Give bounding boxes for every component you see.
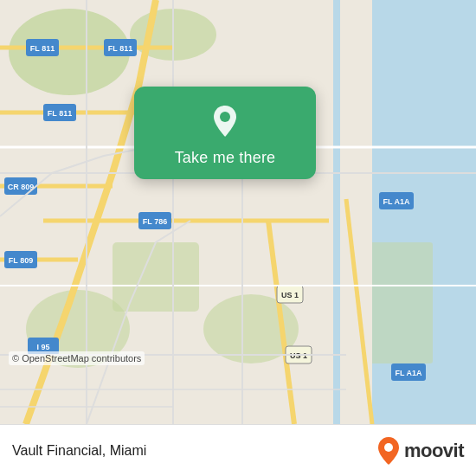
svg-rect-8 xyxy=(363,242,433,363)
map-attribution: © OpenStreetMap contributors xyxy=(9,351,145,365)
moovit-logo: moovit xyxy=(376,436,464,466)
svg-point-33 xyxy=(220,112,230,122)
popup-card[interactable]: Take me there xyxy=(134,87,316,179)
svg-rect-10 xyxy=(333,0,340,424)
location-name: Vault Financial, Miami xyxy=(12,443,376,459)
svg-text:FL A1A: FL A1A xyxy=(383,197,410,206)
moovit-pin-icon xyxy=(376,436,401,466)
svg-rect-5 xyxy=(113,242,199,312)
svg-text:I 95: I 95 xyxy=(36,343,49,351)
svg-text:FL 811: FL 811 xyxy=(30,44,55,53)
svg-text:FL 811: FL 811 xyxy=(108,44,132,53)
location-pin-icon xyxy=(206,102,244,140)
bottom-bar: Vault Financial, Miami moovit xyxy=(0,424,476,476)
svg-text:FL 786: FL 786 xyxy=(143,217,167,226)
moovit-wordmark: moovit xyxy=(404,440,464,462)
svg-point-34 xyxy=(384,443,393,452)
svg-text:FL A1A: FL A1A xyxy=(395,369,422,377)
map-container: I 95 FL 811 FL 811 FL 811 CR 809 FL 786 … xyxy=(0,0,476,424)
svg-text:FL 811: FL 811 xyxy=(48,109,72,118)
svg-text:FL 809: FL 809 xyxy=(9,256,33,265)
take-me-there-button[interactable]: Take me there xyxy=(175,149,276,167)
svg-text:US 1: US 1 xyxy=(281,291,299,299)
svg-text:CR 809: CR 809 xyxy=(8,183,35,191)
